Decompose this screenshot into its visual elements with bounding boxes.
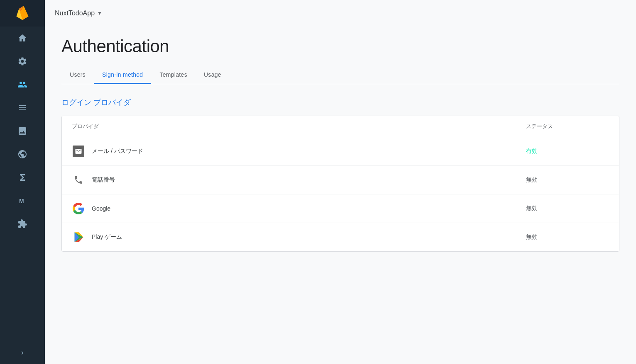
envelope-icon [75,148,82,155]
image-icon [17,126,27,136]
tab-users[interactable]: Users [61,66,94,84]
phone-provider-name: 電話番号 [92,176,115,184]
page-title: Authentication [61,36,619,56]
google-status: 無効 [526,205,609,212]
email-icon [73,146,84,157]
project-selector[interactable]: NuxtTodoApp ▼ [55,10,102,17]
google-provider-icon [72,202,85,215]
people-icon [17,80,27,90]
tabs-bar: Users Sign-in method Templates Usage [61,66,619,84]
svg-text:M: M [19,198,24,204]
sidebar-item-storage[interactable] [0,119,45,143]
provider-email: メール / パスワード [72,145,526,158]
sidebar-item-home[interactable] [0,27,45,50]
play-games-provider-name: Play ゲーム [92,233,122,241]
table-header: プロバイダ ステータス [62,116,619,137]
sidebar-item-ml[interactable]: M [0,189,45,212]
sidebar-expand-button[interactable]: › [0,341,45,364]
email-provider-name: メール / パスワード [92,148,143,155]
content-area: Authentication Users Sign-in method Temp… [45,27,636,364]
sidebar-logo [0,0,45,27]
project-name-label: NuxtTodoApp [55,10,95,17]
provider-phone: 電話番号 [72,173,526,187]
project-dropdown-arrow-icon: ▼ [97,10,102,16]
phone-icon [73,175,83,185]
play-games-status: 無効 [526,233,609,241]
table-row[interactable]: Play ゲーム 無効 [62,223,619,251]
play-games-provider-icon [72,231,85,244]
tab-templates[interactable]: Templates [151,66,196,84]
google-g-icon [73,203,84,214]
tab-signin-method[interactable]: Sign-in method [94,66,151,84]
table-row[interactable]: メール / パスワード 有効 [62,137,619,166]
sidebar-item-authentication[interactable] [0,73,45,96]
extensions-icon [17,219,27,229]
sidebar-item-extensions[interactable] [0,212,45,235]
functions-icon [17,172,27,182]
table-row[interactable]: Google 無効 [62,194,619,223]
play-games-icon [73,231,84,243]
provider-play-games: Play ゲーム [72,231,526,244]
email-provider-icon [72,145,85,158]
main-content: NuxtTodoApp ▼ Authentication Users Sign-… [45,0,636,364]
google-provider-name: Google [92,205,110,212]
phone-provider-icon [72,173,85,187]
sidebar: M › [0,0,45,364]
col-header-status: ステータス [526,123,609,130]
globe-icon [17,149,27,159]
section-title: ログイン プロバイダ [61,97,619,107]
email-status: 有効 [526,148,609,155]
provider-google: Google [72,202,526,215]
settings-icon [17,56,27,66]
home-icon [17,33,27,43]
sidebar-item-database[interactable] [0,96,45,119]
ml-icon: M [17,196,27,206]
sidebar-item-hosting[interactable] [0,143,45,166]
firebase-logo-icon [15,6,30,21]
provider-table: プロバイダ ステータス メール / パスワード 有効 [61,116,619,252]
phone-status: 無効 [526,176,609,184]
table-row[interactable]: 電話番号 無効 [62,166,619,194]
sidebar-item-settings[interactable] [0,50,45,73]
tab-usage[interactable]: Usage [196,66,230,84]
database-icon [17,103,27,113]
topbar: NuxtTodoApp ▼ [45,0,636,27]
sidebar-item-functions[interactable] [0,166,45,189]
col-header-provider: プロバイダ [72,123,526,130]
